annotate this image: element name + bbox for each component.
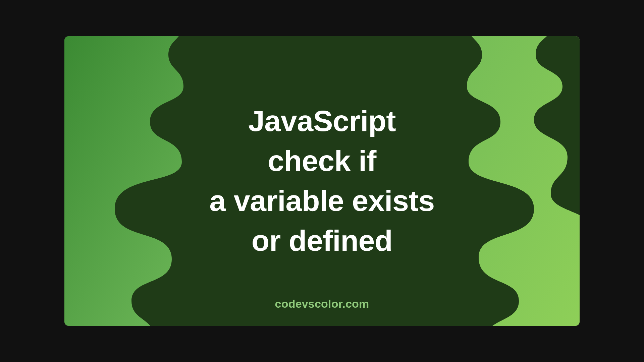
attribution-text: codevscolor.com: [64, 297, 580, 310]
headline-line-1: JavaScript: [209, 101, 435, 141]
headline: JavaScript check if a variable exists or…: [209, 101, 435, 260]
content-area: JavaScript check if a variable exists or…: [64, 36, 580, 326]
banner-card: JavaScript check if a variable exists or…: [64, 36, 580, 326]
headline-line-2: check if: [209, 141, 435, 181]
headline-line-3: a variable exists: [209, 181, 435, 221]
headline-line-4: or defined: [209, 221, 435, 261]
